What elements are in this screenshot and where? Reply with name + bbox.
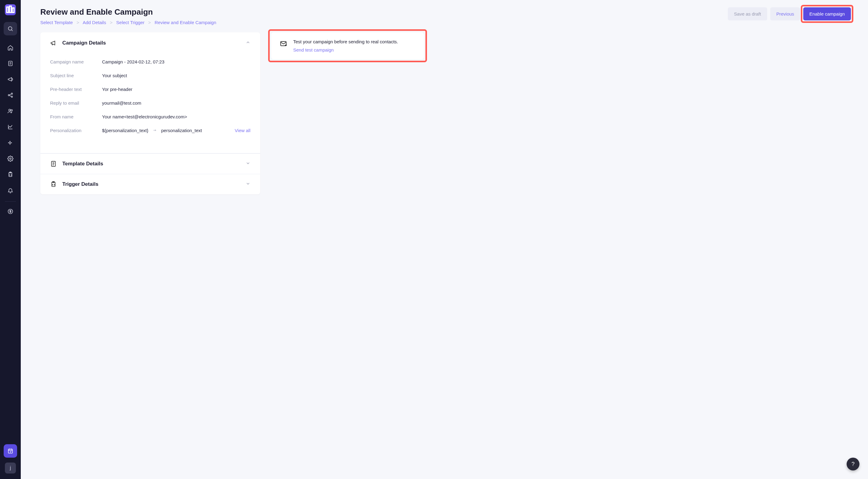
campaign-details-header[interactable]: Campaign Details [40, 32, 260, 50]
nav-dollar-icon[interactable] [4, 205, 17, 218]
svg-line-4 [11, 30, 13, 31]
nav-spark-icon[interactable] [4, 136, 17, 149]
megaphone-icon [50, 40, 57, 46]
svg-line-12 [9, 94, 11, 95]
sidebar: j [0, 0, 21, 479]
chevron-right-icon: > [110, 20, 113, 25]
label-campaign-name: Campaign name [50, 59, 102, 64]
trigger-icon [50, 181, 57, 187]
save-draft-button[interactable]: Save as draft [728, 7, 767, 21]
header-actions: Save as draft Previous Enable campaign [728, 7, 851, 21]
nav-megaphone-icon[interactable] [4, 73, 17, 86]
svg-point-16 [10, 158, 11, 160]
chevron-up-icon [246, 40, 250, 46]
value-replyto: yourmail@test.com [102, 100, 142, 106]
template-icon [50, 161, 57, 167]
svg-rect-0 [7, 7, 8, 12]
row-replyto: Reply to email yourmail@test.com [50, 96, 250, 110]
row-personalization: Personalization ${personalization_text} … [50, 124, 250, 137]
campaign-card: Campaign Details Campaign name Campaign … [40, 32, 260, 194]
chevron-down-icon [246, 161, 250, 167]
value-preheader: Yor pre-header [102, 87, 132, 92]
breadcrumb: Select Template > Add Details > Select T… [40, 20, 216, 25]
help-fab-button[interactable]: ? [847, 458, 860, 471]
search-icon[interactable] [4, 22, 17, 35]
row-subject: Subject line Your subject [50, 69, 250, 82]
trigger-details-title: Trigger Details [62, 181, 240, 187]
label-from: From name [50, 114, 102, 119]
chevron-right-icon: > [148, 20, 151, 25]
breadcrumb-add-details[interactable]: Add Details [83, 20, 106, 25]
nav-clipboard-code-icon[interactable] [4, 168, 17, 181]
sidebar-divider [5, 201, 16, 202]
page-title: Review and Enable Campaign [40, 7, 216, 17]
nav-home-icon[interactable] [4, 41, 17, 54]
chevron-down-icon [246, 181, 250, 187]
nav-bell-icon[interactable] [4, 184, 17, 197]
nav-share-icon[interactable] [4, 89, 17, 102]
breadcrumb-review-enable[interactable]: Review and Enable Campaign [155, 20, 216, 25]
nav-gear-icon[interactable] [4, 152, 17, 165]
label-replyto: Reply to email [50, 100, 102, 106]
template-details-header[interactable]: Template Details [40, 153, 260, 174]
breadcrumb-select-trigger[interactable]: Select Trigger [116, 20, 145, 25]
breadcrumb-select-template[interactable]: Select Template [40, 20, 73, 25]
nav-chart-icon[interactable] [4, 120, 17, 134]
svg-rect-1 [9, 6, 11, 12]
label-subject: Subject line [50, 73, 102, 78]
enable-campaign-button[interactable]: Enable campaign [803, 7, 851, 21]
campaign-details-title: Campaign Details [62, 40, 240, 46]
row-from: From name Your name<test@electronicgurud… [50, 110, 250, 124]
value-from: Your name<test@electronicgurudev.com> [102, 114, 187, 119]
arrow-right-icon [152, 128, 158, 133]
value-personalization-token: ${personalization_text} [102, 128, 149, 133]
main-content: Review and Enable Campaign Select Templa… [21, 0, 868, 479]
nav-users-icon[interactable] [4, 104, 17, 118]
label-preheader: Pre-header text [50, 87, 102, 92]
mail-send-icon [280, 40, 287, 47]
nav-document-icon[interactable] [4, 57, 17, 70]
template-details-title: Template Details [62, 161, 240, 167]
svg-rect-2 [12, 8, 14, 12]
chevron-right-icon: > [77, 20, 80, 25]
test-campaign-card: Test your campaign before sending to rea… [271, 32, 424, 59]
value-personalization-resolved: personalization_text [161, 128, 202, 133]
svg-point-3 [8, 27, 12, 30]
value-campaign-name: Campaign - 2024-02-12, 07:23 [102, 59, 164, 64]
app-logo[interactable] [5, 4, 16, 15]
test-campaign-message: Test your campaign before sending to rea… [293, 39, 398, 44]
svg-line-13 [9, 96, 11, 96]
row-preheader: Pre-header text Yor pre-header [50, 82, 250, 96]
trigger-details-header[interactable]: Trigger Details [40, 174, 260, 194]
send-test-campaign-link[interactable]: Send test campaign [293, 47, 398, 53]
nav-calendar-icon[interactable] [4, 444, 17, 458]
svg-point-15 [11, 109, 12, 111]
previous-button[interactable]: Previous [770, 7, 800, 21]
label-personalization: Personalization [50, 128, 102, 133]
svg-point-14 [9, 109, 11, 111]
view-all-link[interactable]: View all [235, 128, 250, 133]
value-subject: Your subject [102, 73, 127, 78]
svg-rect-20 [8, 449, 12, 453]
user-avatar[interactable]: j [5, 463, 16, 474]
row-campaign-name: Campaign name Campaign - 2024-02-12, 07:… [50, 55, 250, 69]
campaign-details-body: Campaign name Campaign - 2024-02-12, 07:… [40, 50, 260, 146]
